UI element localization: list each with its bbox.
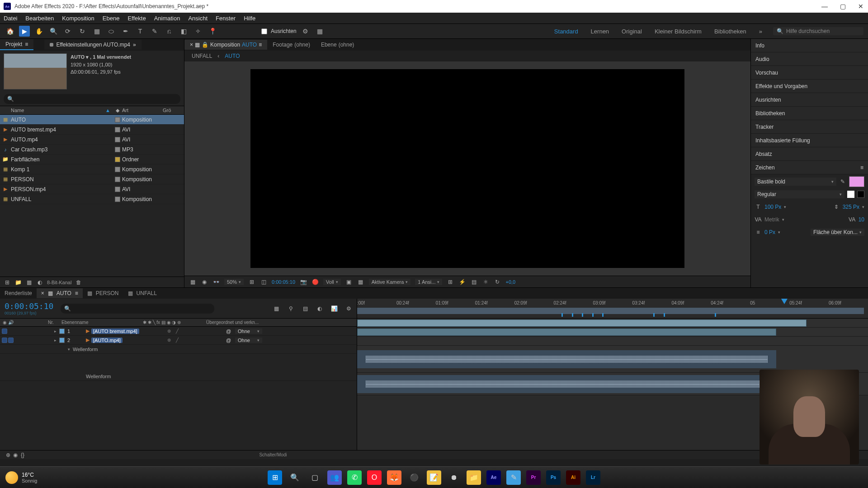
weather-icon[interactable] — [5, 471, 18, 484]
footage-thumbnail[interactable] — [4, 53, 67, 89]
project-item[interactable]: ♪ Car Crash.mp3 MP3 — [0, 145, 184, 155]
frame-blend-icon[interactable]: ▤ — [302, 305, 309, 312]
breadcrumb-auto[interactable]: AUTO — [225, 53, 240, 59]
camera-tool[interactable]: ▦ — [91, 26, 102, 37]
layer-switches[interactable]: ⊕ ╱ — [167, 328, 226, 333]
project-item[interactable]: ▦ Komp 1 Komposition — [0, 164, 184, 174]
panel-ausrichten[interactable]: Ausrichten — [751, 93, 868, 107]
tab-auto[interactable]: × ▦ AUTO ≡ — [37, 288, 83, 298]
project-item[interactable]: ▶ AUTO bremst.mp4 AVI — [0, 125, 184, 135]
panel-info[interactable]: Info — [751, 39, 868, 52]
grid-icon[interactable]: ⊞ — [248, 278, 255, 286]
project-item[interactable]: ▦ UNFALL Komposition — [0, 194, 184, 204]
panel-vorschau[interactable]: Vorschau — [751, 66, 868, 80]
label-swatch[interactable] — [115, 187, 120, 192]
menu-fenster[interactable]: Fenster — [216, 15, 236, 22]
tracking-value[interactable]: 10 — [859, 216, 864, 223]
search-button[interactable]: 🔍 — [288, 470, 302, 485]
resolution-dropdown[interactable]: Voll▾ — [323, 279, 341, 285]
label-swatch[interactable] — [115, 127, 120, 132]
selection-tool[interactable]: ▶ — [19, 26, 30, 37]
hand-tool[interactable]: ✋ — [33, 26, 44, 37]
channel-icon[interactable]: 🔴 — [311, 278, 319, 286]
camera-dropdown[interactable]: Aktive Kamera▾ — [369, 279, 411, 285]
label-swatch[interactable] — [115, 167, 120, 172]
flowchart-icon[interactable]: ⚛ — [482, 278, 489, 286]
project-item[interactable]: ▦ PERSON Komposition — [0, 174, 184, 184]
workspace-lernen[interactable]: Lernen — [591, 28, 609, 35]
close-tab-icon[interactable]: × — [41, 290, 44, 296]
label-swatch[interactable] — [115, 137, 120, 142]
tab-person[interactable]: ▦PERSON — [83, 288, 123, 298]
menu-animation[interactable]: Animation — [154, 15, 180, 22]
panel-menu-icon[interactable]: ≡ — [75, 290, 78, 296]
panel-menu-icon[interactable]: ≡ — [259, 42, 262, 48]
mask-icon[interactable]: ◫ — [260, 278, 267, 286]
brush-tool[interactable]: ✎ — [149, 26, 160, 37]
panel-effekte[interactable]: Effekte und Vorgaben — [751, 80, 868, 93]
adjust-icon[interactable]: ◐ — [36, 279, 43, 286]
layer-switches[interactable]: ⊕ ╱ — [167, 338, 226, 343]
expand-icon[interactable]: ▸ — [54, 338, 57, 343]
project-item[interactable]: ▶ PERSON.mp4 AVI — [0, 184, 184, 194]
roto-tool[interactable]: ✧ — [193, 26, 203, 37]
wellenform-toggle[interactable]: ▾ Wellenform — [0, 345, 357, 354]
panel-absatz[interactable]: Absatz — [751, 147, 868, 161]
menu-komposition[interactable]: Komposition — [62, 15, 94, 22]
panel-bibliotheken[interactable]: Bibliotheken — [751, 107, 868, 120]
minimize-button[interactable]: — — [821, 3, 828, 10]
timeline-icon[interactable]: ▤ — [470, 278, 477, 286]
toggle-switches-icon[interactable]: ⊕ — [5, 451, 12, 459]
timeline-timecode[interactable]: 0:00:05:10 — [5, 301, 53, 311]
roi-icon[interactable]: ▣ — [345, 278, 353, 286]
rotate-tool[interactable]: ↻ — [77, 26, 88, 37]
breadcrumb-unfall[interactable]: UNFALL — [192, 53, 212, 59]
switches-modes-label[interactable]: Schalter/Modi — [26, 452, 520, 457]
comp-viewer[interactable] — [184, 61, 750, 276]
tab-renderliste[interactable]: Renderliste — [0, 288, 37, 298]
project-item[interactable]: 📁 Farbflächen Ordner — [0, 155, 184, 164]
editor-icon[interactable]: ✎ — [506, 470, 521, 485]
project-list[interactable]: ▦ AUTO Komposition▶ AUTO bremst.mp4 AVI▶… — [0, 115, 184, 277]
menu-ansicht[interactable]: Ansicht — [188, 15, 208, 22]
timeline-search[interactable]: 🔍 — [61, 304, 214, 314]
type-tool[interactable]: T — [135, 26, 146, 37]
explorer-icon[interactable]: 📁 — [467, 470, 481, 485]
reset-exp-icon[interactable]: ↻ — [494, 278, 501, 286]
pr-icon[interactable]: Pr — [526, 470, 541, 485]
kerning-value[interactable]: Metrik — [764, 216, 779, 223]
motion-blur-icon[interactable]: ◐ — [316, 305, 323, 312]
col-size[interactable]: Grö — [163, 106, 184, 114]
grid-icon[interactable]: ▦ — [315, 26, 326, 37]
current-time[interactable]: 0:00:05:10 — [272, 279, 295, 285]
label-swatch[interactable] — [115, 197, 120, 202]
maximize-button[interactable]: ▢ — [839, 3, 846, 10]
comp-mini-icon[interactable]: ▦ — [273, 305, 280, 312]
layer-row[interactable]: ▸2 ▶[AUTO.mp4] ⊕ ╱ @ Ohne▾ — [0, 336, 357, 345]
parent-dropdown[interactable]: Ohne▾ — [235, 328, 262, 334]
help-search[interactable]: 🔍 Hilfe durchsuchen — [773, 27, 863, 35]
layer-row[interactable]: ▸1 ▶[AUTO bremst.mp4] ⊕ ╱ @ Ohne▾ — [0, 327, 357, 336]
workspace-more-icon[interactable]: » — [759, 28, 762, 35]
label-swatch[interactable] — [115, 117, 120, 122]
label-swatch[interactable] — [115, 147, 120, 152]
effect-controls-tab[interactable]: Effekteinstellungen AUTO.mp4 » — [44, 40, 141, 50]
always-preview-icon[interactable]: ▦ — [189, 278, 196, 286]
orbit-tool[interactable]: ⟳ — [62, 26, 73, 37]
stroke-mode-dropdown[interactable]: Fläche über Kon...▾ — [811, 229, 864, 236]
workspace-original[interactable]: Original — [622, 28, 642, 35]
col-type[interactable]: Art — [122, 106, 163, 114]
menu-bearbeiten[interactable]: Bearbeiten — [25, 15, 54, 22]
brain-icon[interactable]: ⚙ — [345, 305, 352, 312]
interp-icon[interactable]: ⊞ — [4, 279, 11, 286]
panel-menu-icon[interactable]: ≡ — [25, 41, 28, 47]
stroke-swatch[interactable] — [847, 191, 854, 198]
puppet-tool[interactable]: 📍 — [207, 26, 218, 37]
zoom-tool[interactable]: 🔍 — [48, 26, 59, 37]
layer-1-track[interactable] — [357, 319, 868, 328]
font-family-dropdown[interactable]: Bastile bold▾ — [755, 178, 836, 186]
menu-effekte[interactable]: Effekte — [127, 15, 146, 22]
layer-label[interactable] — [59, 338, 65, 343]
stroke-swatch-b[interactable] — [857, 191, 864, 198]
expand-icon[interactable]: ▸ — [54, 329, 57, 333]
